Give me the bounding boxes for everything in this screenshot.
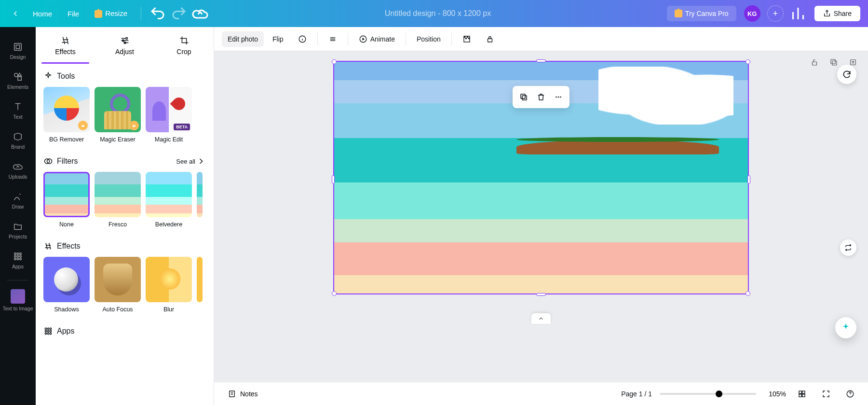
help-button[interactable] (842, 386, 858, 402)
delete-element-button[interactable] (533, 89, 549, 105)
svg-point-7 (17, 253, 19, 255)
page-duplicate-button[interactable] (827, 55, 841, 70)
home-menu[interactable]: Home (27, 6, 58, 22)
zoom-value[interactable]: 105% (764, 390, 786, 398)
svg-rect-58 (799, 394, 801, 396)
fullscreen-button[interactable] (818, 386, 834, 402)
resize-handle-ml[interactable] (332, 175, 335, 184)
cloud-sync-button[interactable] (191, 5, 209, 22)
resize-handle-bl[interactable] (332, 291, 337, 296)
resize-handle-br[interactable] (746, 291, 750, 296)
ai-assistant-fab[interactable] (835, 317, 856, 338)
svg-rect-53 (230, 391, 235, 397)
canvas-page[interactable] (333, 61, 749, 294)
separator (348, 33, 348, 45)
svg-point-25 (50, 330, 51, 332)
svg-point-26 (45, 333, 46, 334)
rail-design[interactable]: Design (0, 37, 36, 67)
rail-projects[interactable]: Projects (0, 216, 36, 246)
filters-icon (43, 156, 53, 166)
share-button[interactable]: Share (814, 6, 860, 21)
page-indicator[interactable]: Page 1 / 1 (621, 390, 652, 398)
effect-thumb (95, 257, 141, 302)
back-button[interactable] (8, 6, 23, 21)
resize-handle-tl[interactable] (332, 59, 337, 64)
info-button[interactable] (292, 31, 312, 47)
animate-button[interactable]: Animate (353, 31, 401, 47)
zoom-thumb[interactable] (716, 391, 722, 397)
tab-adjust[interactable]: Adjust (95, 27, 154, 64)
effect-blur[interactable]: Blur (146, 257, 192, 313)
rail-text[interactable]: Text (0, 97, 36, 126)
undo-button[interactable] (149, 5, 166, 22)
svg-rect-4 (18, 77, 21, 80)
share-label: Share (834, 10, 852, 17)
regenerate-fab[interactable] (837, 65, 856, 84)
grid-view-button[interactable] (794, 386, 810, 402)
effect-shadows[interactable]: Shadows (43, 257, 90, 313)
edit-photo-button[interactable]: Edit photo (222, 31, 264, 47)
effect-auto-focus[interactable]: Auto Focus (95, 257, 141, 313)
filter-label: None (59, 221, 74, 228)
svg-point-13 (17, 258, 19, 260)
rail-draw[interactable]: Draw (0, 186, 36, 216)
list-style-button[interactable] (323, 31, 343, 47)
sync-side-button[interactable] (840, 239, 856, 256)
svg-point-8 (20, 253, 22, 255)
lock-button[interactable] (480, 31, 500, 47)
svg-rect-41 (468, 38, 470, 39)
footer: Notes Page 1 / 1 105% (214, 382, 868, 405)
page-collapse-handle[interactable] (531, 313, 551, 324)
sparkle-icon (43, 71, 53, 81)
see-all-label: See all (176, 158, 195, 165)
position-button[interactable]: Position (411, 31, 447, 47)
user-avatar[interactable]: KG (744, 5, 760, 22)
tool-magic-edit[interactable]: BETA Magic Edit (146, 87, 192, 143)
rail-label: Uploads (9, 174, 27, 180)
floating-context-menu (513, 86, 570, 108)
more-element-button[interactable] (550, 89, 567, 105)
redo-button[interactable] (170, 5, 188, 22)
resize-handle-tm[interactable] (536, 59, 546, 62)
tool-magic-eraser[interactable]: Magic Eraser (95, 87, 141, 143)
add-collaborator-button[interactable]: + (767, 5, 784, 22)
notes-button[interactable]: Notes (224, 387, 262, 401)
resize-handle-tr[interactable] (746, 59, 750, 64)
svg-point-24 (47, 330, 49, 332)
tab-crop[interactable]: Crop (154, 27, 214, 64)
duplicate-element-button[interactable] (515, 89, 532, 105)
rail-apps[interactable]: Apps (0, 246, 36, 276)
canvas-viewport[interactable] (214, 51, 868, 382)
insights-button[interactable] (789, 5, 807, 22)
tools-header: Tools (43, 71, 206, 81)
try-pro-button[interactable]: Try Canva Pro (667, 6, 736, 21)
divider (141, 7, 141, 20)
rail-label: Draw (12, 204, 24, 209)
flip-button[interactable]: Flip (267, 31, 289, 47)
filter-none[interactable]: None (43, 172, 90, 228)
design-title[interactable]: Untitled design - 800 x 1200 px (213, 9, 663, 18)
svg-rect-59 (802, 394, 805, 396)
file-menu[interactable]: File (62, 6, 85, 22)
resize-handle-mr[interactable] (747, 175, 750, 184)
rail-brand[interactable]: Brand (0, 126, 36, 156)
effect-peek[interactable] (197, 257, 203, 313)
tab-effects[interactable]: Effects (36, 27, 95, 64)
filter-fresco[interactable]: Fresco (95, 172, 141, 228)
rail-uploads[interactable]: Uploads (0, 156, 36, 186)
svg-point-28 (50, 333, 51, 334)
selected-image[interactable] (333, 61, 749, 294)
transparency-button[interactable] (457, 31, 477, 47)
rail-text-to-image[interactable]: Text to Image (0, 284, 36, 318)
resize-handle-bm[interactable] (536, 293, 546, 296)
filter-belvedere[interactable]: Belvedere (146, 172, 192, 228)
rail-elements[interactable]: Elements (0, 67, 36, 97)
filter-peek[interactable] (197, 172, 203, 228)
page-unlock-button[interactable] (807, 55, 822, 70)
filters-see-all[interactable]: See all (176, 156, 206, 166)
filter-thumb (43, 172, 90, 217)
zoom-slider[interactable] (660, 393, 756, 395)
resize-menu[interactable]: Resize (89, 5, 133, 22)
tool-bg-remover[interactable]: BG Remover (43, 87, 90, 143)
image-clouds (598, 67, 733, 125)
